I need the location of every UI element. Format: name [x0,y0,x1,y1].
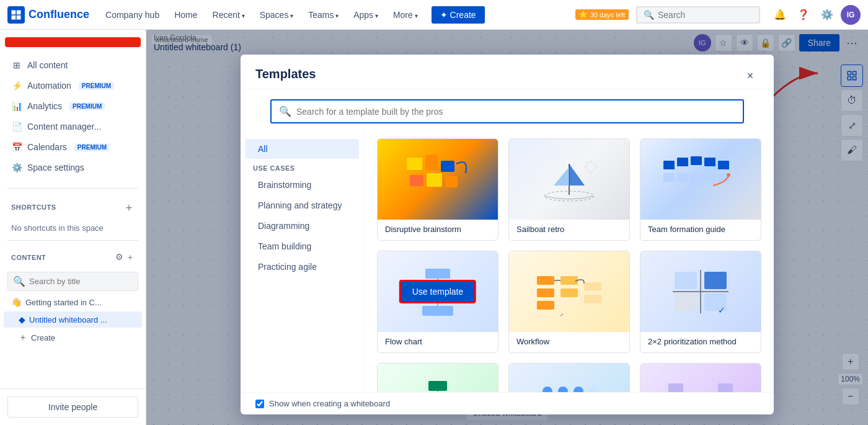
shortcuts-section-header: Shortcuts ＋ [4,196,142,218]
svg-point-68 [558,387,568,392]
nav-icon-group: 🔔 ❓ ⚙️ IG [770,5,861,25]
nav-recent[interactable]: Recent [206,6,251,24]
svg-rect-46 [560,276,578,285]
svg-point-19 [586,162,596,172]
template-team-formation[interactable]: Team formation guide [640,138,761,241]
modal-title: Templates [255,67,759,81]
premium-star-icon: ⭐ [579,11,588,19]
show-on-create-checkbox[interactable] [255,400,264,408]
invite-people-button[interactable]: Invite people [7,396,138,418]
svg-rect-49 [584,295,601,303]
premium-badge[interactable]: ⭐ 30 days left [575,9,629,20]
template-img-brainstorm [378,139,498,220]
svg-rect-12 [410,175,423,186]
template-dot-voting[interactable]: Dot voting [508,363,630,392]
sidebar-item-all-content[interactable]: ⊞ All content [4,55,142,75]
svg-marker-17 [554,167,569,186]
template-search-icon: 🔍 [279,105,291,117]
modal-filter-practicing-agile[interactable]: Practicing agile [246,257,359,277]
svg-rect-9 [407,158,422,170]
template-flow-chart[interactable]: Use template Flow chart [377,251,498,353]
create-button[interactable]: ✦ Create [432,6,485,24]
content-search[interactable]: 🔍 [7,272,138,291]
svg-rect-54 [704,272,727,289]
template-grid: Disruptive brainstorm [377,138,761,392]
settings-icon[interactable]: ⚙️ [817,5,837,25]
svg-rect-0 [12,10,16,14]
template-concept-map[interactable]: ? Concept map [640,363,761,392]
template-2x2[interactable]: ✓ 2×2 prioritization method [640,251,761,353]
show-on-create-label[interactable]: Show when creating a whiteboard [269,399,390,408]
tree-item-create[interactable]: ＋ Create [4,329,142,346]
svg-marker-16 [569,164,585,186]
template-search-input[interactable] [296,107,735,117]
template-sailboat-retro[interactable]: Sailboat retro [508,138,630,241]
content-filter-icon[interactable]: ⚙ [115,252,123,263]
svg-rect-24 [663,161,675,169]
nav-apps[interactable]: Apps [347,6,384,24]
template-workflow[interactable]: ✓ Workflow [508,251,630,353]
sidebar-divider-1 [7,188,138,189]
tree-item-whiteboard[interactable]: ◆ Untitled whiteboard ... [4,311,142,328]
svg-text:✓: ✓ [560,312,564,318]
svg-rect-13 [427,173,442,187]
modal-overlay[interactable]: Templates × 🔍 All USE CASES Brainstormin… [146,30,868,425]
calendars-icon: 📅 [11,141,22,153]
use-template-button[interactable]: Use template [399,280,476,303]
tree-item-getting-started[interactable]: 👋 Getting started in C... [4,294,142,310]
modal-filter-all[interactable]: All [246,139,359,159]
svg-rect-43 [537,276,554,285]
create-plus-icon: ✦ [440,10,448,20]
sidebar-item-automation[interactable]: ⚡ Automation PREMIUM [4,76,142,96]
template-img-workflow: ✓ [509,251,629,332]
sidebar-item-space-settings[interactable]: ⚙️ Space settings [4,158,142,177]
nav-search[interactable]: 🔍 [636,6,760,24]
modal-filter-brainstorming[interactable]: Brainstorming [246,175,359,195]
template-img-sailboat [509,139,629,220]
template-org-chart[interactable]: Org chart [377,363,498,392]
sidebar-create-button[interactable] [5,37,141,47]
help-icon[interactable]: ❓ [794,5,813,25]
modal-filter-planning[interactable]: Planning and strategy [246,195,359,215]
nav-teams[interactable]: Teams [302,6,345,24]
template-label-2x2: 2×2 prioritization method [640,332,761,352]
analytics-icon: 📊 [11,101,22,112]
content-section-header: Content ⚙ ＋ [4,248,142,267]
modal-close-button[interactable]: × [742,67,759,84]
content-add-button[interactable]: ＋ [126,252,135,263]
svg-rect-47 [560,289,578,297]
nav-home[interactable]: Home [168,6,203,24]
svg-rect-48 [584,282,601,291]
notifications-icon[interactable]: 🔔 [770,5,790,25]
nav-spaces[interactable]: Spaces [254,6,299,24]
sidebar-item-analytics[interactable]: 📊 Analytics PREMIUM [4,96,142,116]
logo[interactable]: Confluence [7,6,89,24]
content-search-icon: 🔍 [13,275,25,287]
content-search-input[interactable] [29,277,133,286]
modal-footer: Show when creating a whiteboard [241,392,774,414]
svg-point-70 [589,387,599,392]
svg-rect-31 [691,173,702,182]
search-input[interactable] [658,10,745,20]
modal-body: All USE CASES Brainstorming Planning and… [241,128,774,392]
modal-filter-diagramming[interactable]: Diagramming [246,216,359,236]
svg-rect-11 [441,161,454,172]
top-navigation: Confluence Company hub Home Recent Space… [0,0,868,30]
nav-more[interactable]: More [387,6,424,24]
shortcuts-add-button[interactable]: ＋ [123,200,135,215]
sidebar-item-content-manager[interactable]: 📄 Content manager... [4,117,142,136]
svg-rect-3 [17,15,21,19]
getting-started-icon: 👋 [11,297,22,307]
svg-rect-25 [677,158,688,166]
template-disruptive-brainstorm[interactable]: Disruptive brainstorm [377,138,498,241]
template-search-bar[interactable]: 🔍 [270,99,744,123]
svg-text:✓: ✓ [718,305,725,315]
nav-company-hub[interactable]: Company hub [99,6,166,24]
svg-point-34 [727,173,730,177]
user-avatar[interactable]: IG [841,5,861,25]
svg-rect-10 [425,154,438,170]
modal-filter-team-building[interactable]: Team building [246,236,359,256]
sidebar-item-calendars[interactable]: 📅 Calendars PREMIUM [4,137,142,157]
modal-filter-sidebar: All USE CASES Brainstorming Planning and… [241,128,365,392]
automation-premium-badge: PREMIUM [79,82,114,90]
